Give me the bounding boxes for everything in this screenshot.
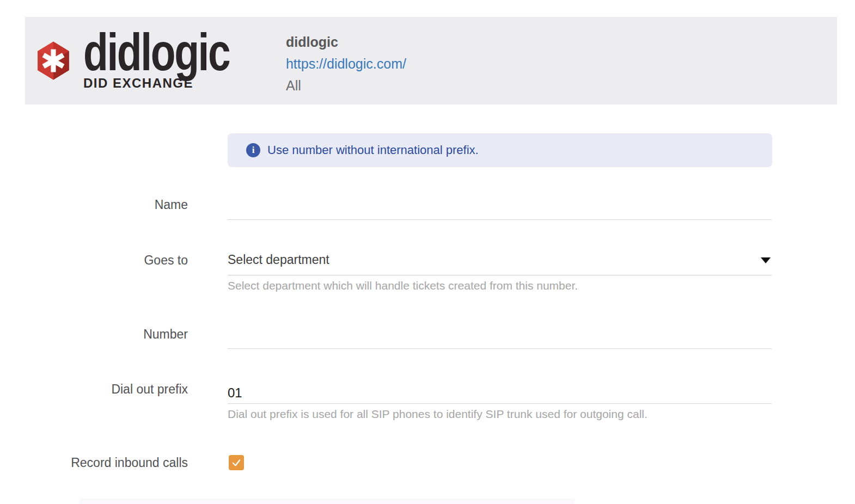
logo-wordmark: didlogic — [83, 31, 229, 73]
dial-out-prefix-field — [228, 382, 772, 404]
number-field — [228, 327, 772, 349]
site-scope: All — [286, 75, 406, 96]
name-field — [228, 198, 772, 220]
site-name: didlogic — [286, 31, 406, 53]
wordmark-block: didlogic DID EXCHANGE — [83, 31, 271, 91]
info-banner-text: Use number without international prefix. — [267, 143, 479, 157]
site-header: didlogic DID EXCHANGE didlogic https://d… — [25, 17, 837, 105]
department-select-value: Select department — [228, 253, 329, 267]
dial-out-prefix-input[interactable] — [228, 382, 772, 404]
check-icon — [231, 458, 241, 468]
dial-out-prefix-helper: Dial out prefix is used for all SIP phon… — [228, 408, 772, 421]
goes-to-label: Goes to — [0, 253, 188, 268]
department-select[interactable]: Select department — [228, 253, 772, 275]
info-icon: i — [246, 143, 260, 157]
site-url-link[interactable]: https://didlogic.com/ — [286, 53, 406, 75]
goes-to-helper: Select department which will handle tick… — [228, 279, 772, 292]
record-inbound-calls-label: Record inbound calls — [0, 456, 188, 470]
didlogic-logo: didlogic DID EXCHANGE — [34, 31, 271, 91]
didlogic-hex-icon — [34, 40, 72, 81]
below-fold-element-edge — [80, 499, 575, 504]
chevron-down-icon — [761, 257, 771, 263]
record-inbound-calls-checkbox[interactable] — [229, 455, 244, 470]
site-info: didlogic https://didlogic.com/ All — [286, 31, 406, 96]
name-input[interactable] — [228, 198, 772, 220]
dial-out-prefix-label: Dial out prefix — [0, 382, 188, 397]
number-input[interactable] — [228, 327, 772, 349]
info-banner: i Use number without international prefi… — [228, 133, 772, 167]
number-label: Number — [0, 327, 188, 342]
name-label: Name — [0, 198, 188, 212]
